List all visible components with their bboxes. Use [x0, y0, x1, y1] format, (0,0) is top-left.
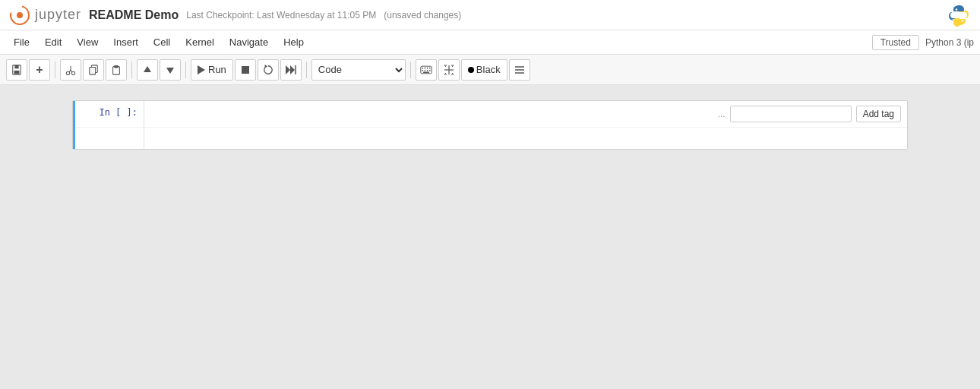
separator-2 [131, 62, 132, 78]
svg-rect-13 [90, 67, 96, 74]
svg-point-1 [17, 12, 23, 18]
menu-help[interactable]: Help [276, 33, 311, 51]
plus-icon: + [36, 63, 43, 77]
svg-rect-15 [114, 65, 118, 68]
svg-rect-31 [427, 70, 428, 71]
expand-button[interactable] [438, 59, 460, 81]
separator-5 [410, 62, 411, 78]
cell-output-prompt [75, 128, 144, 149]
cell-type-select[interactable]: Code Markdown Raw NBConvert Heading [311, 59, 406, 81]
jupyter-logo: jupyter [9, 5, 81, 26]
separator-4 [306, 62, 307, 78]
list-icon [514, 65, 525, 74]
stop-icon [241, 65, 250, 74]
kernel-info: Python 3 (ip [925, 37, 974, 48]
menu-bar: File Edit View Insert Cell Kernel Naviga… [0, 30, 980, 55]
svg-rect-27 [427, 67, 428, 68]
notebook-title[interactable]: README Demo [89, 8, 179, 22]
cell-output-row [75, 127, 907, 149]
fast-forward-button[interactable] [280, 59, 302, 81]
notebook-container: In [ ]: ... Add tag [72, 100, 908, 150]
toolbar: + [0, 55, 980, 85]
save-icon [11, 65, 22, 75]
jupyter-text: jupyter [35, 7, 81, 23]
svg-line-10 [71, 70, 72, 72]
run-icon [198, 65, 205, 74]
svg-rect-6 [14, 70, 20, 73]
black-label: Black [476, 64, 501, 75]
svg-marker-21 [286, 65, 290, 74]
move-up-button[interactable] [137, 59, 158, 81]
run-label: Run [208, 64, 226, 75]
expand-icon [444, 65, 454, 75]
cell-input-row: In [ ]: ... Add tag [75, 101, 907, 127]
add-cell-button[interactable]: + [29, 59, 50, 81]
move-down-button[interactable] [160, 59, 181, 81]
trusted-badge: Trusted [872, 35, 919, 50]
separator-1 [55, 62, 55, 78]
svg-point-3 [962, 20, 963, 21]
fast-forward-icon [286, 65, 296, 74]
menu-edit[interactable]: Edit [37, 33, 69, 51]
menu-kernel[interactable]: Kernel [178, 33, 222, 51]
checkpoint-info: Last Checkpoint: Last Wednesday at 11:05… [186, 10, 461, 21]
menu-insert[interactable]: Insert [106, 33, 146, 51]
title-bar: jupyter README Demo Last Checkpoint: Las… [0, 0, 980, 30]
black-button[interactable]: Black [461, 59, 507, 81]
svg-rect-29 [422, 70, 423, 71]
tag-dots[interactable]: ... [718, 109, 726, 119]
restart-button[interactable] [258, 59, 279, 81]
svg-marker-22 [290, 65, 295, 74]
menu-navigate[interactable]: Navigate [222, 33, 276, 51]
svg-rect-26 [424, 67, 425, 68]
arrow-up-icon [143, 65, 152, 74]
python-logo-icon [948, 4, 971, 27]
svg-marker-20 [264, 65, 267, 68]
save-button[interactable] [6, 59, 27, 81]
cell-input-area[interactable]: ... Add tag [144, 101, 907, 127]
svg-rect-5 [14, 65, 18, 68]
menu-view[interactable]: View [69, 33, 106, 51]
svg-rect-30 [424, 70, 425, 71]
black-icon [468, 67, 474, 73]
copy-icon [88, 65, 99, 75]
run-button[interactable]: Run [191, 59, 233, 81]
paste-icon [111, 65, 122, 75]
cell-prompt: In [ ]: [75, 101, 144, 127]
menu-cell[interactable]: Cell [146, 33, 178, 51]
cell-output-area [144, 128, 907, 149]
list-button[interactable] [509, 59, 530, 81]
cut-icon [65, 65, 76, 75]
svg-rect-25 [422, 67, 423, 68]
cell-1: In [ ]: ... Add tag [73, 101, 907, 149]
svg-point-2 [956, 8, 957, 10]
svg-rect-28 [429, 67, 431, 68]
keyboard-shortcuts-button[interactable] [416, 59, 437, 81]
svg-marker-16 [144, 66, 151, 72]
add-tag-button[interactable]: Add tag [856, 106, 901, 122]
arrow-down-icon [166, 65, 175, 74]
main-content: In [ ]: ... Add tag [0, 85, 980, 389]
cut-button[interactable] [60, 59, 81, 81]
tag-input[interactable] [730, 106, 852, 122]
svg-rect-32 [429, 70, 431, 71]
separator-3 [185, 62, 186, 78]
svg-rect-19 [242, 66, 249, 74]
stop-button[interactable] [235, 59, 256, 81]
paste-button[interactable] [106, 59, 127, 81]
restart-icon [263, 65, 273, 75]
svg-marker-17 [166, 68, 174, 74]
jupyter-logo-icon [9, 5, 30, 26]
menu-file[interactable]: File [6, 33, 37, 51]
svg-rect-33 [423, 71, 429, 73]
copy-button[interactable] [83, 59, 104, 81]
svg-marker-18 [198, 65, 205, 74]
keyboard-icon [420, 65, 432, 74]
